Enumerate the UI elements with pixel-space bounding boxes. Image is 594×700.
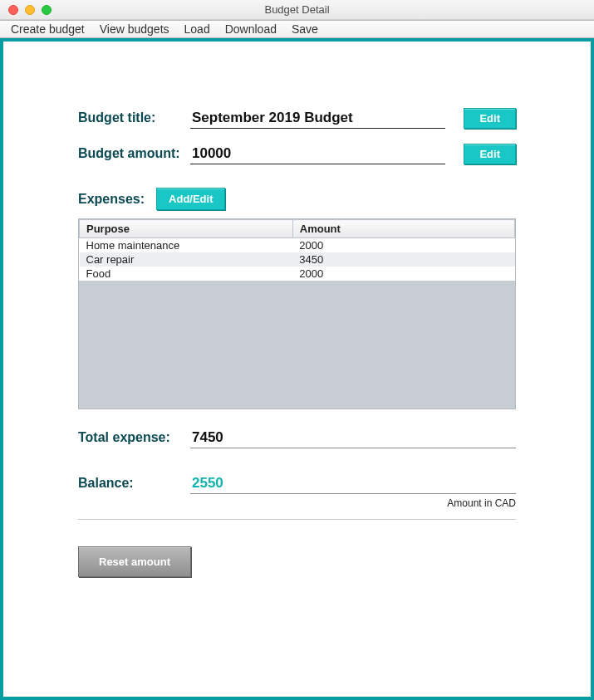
window-controls	[8, 5, 52, 15]
total-expense-field[interactable]	[190, 428, 516, 448]
titlebar: Budget Detail	[0, 0, 594, 20]
balance-row: Balance:	[78, 473, 516, 494]
close-icon[interactable]	[8, 5, 18, 15]
app-window: Budget Detail Create budget View budgets…	[0, 0, 594, 700]
content-frame: Budget title: Edit Budget amount: Edit E…	[0, 38, 594, 700]
expenses-table-wrap: Purpose Amount Home maintenance 2000 Car…	[78, 218, 516, 409]
expenses-table: Purpose Amount Home maintenance 2000 Car…	[79, 219, 515, 281]
cell-purpose: Car repair	[80, 252, 293, 267]
balance-field[interactable]	[190, 473, 516, 494]
edit-amount-button[interactable]: Edit	[464, 144, 516, 164]
add-edit-expense-button[interactable]: Add/Edit	[156, 188, 225, 210]
table-row[interactable]: Home maintenance 2000	[80, 238, 515, 253]
menu-load[interactable]: Load	[177, 22, 218, 36]
cell-purpose: Food	[80, 267, 293, 281]
col-purpose[interactable]: Purpose	[80, 220, 293, 238]
table-row[interactable]: Car repair 3450	[80, 252, 515, 267]
menu-save[interactable]: Save	[284, 22, 326, 36]
cell-amount: 2000	[292, 267, 514, 281]
cell-purpose: Home maintenance	[80, 238, 293, 253]
window-title: Budget Detail	[0, 3, 594, 16]
zoom-icon[interactable]	[42, 5, 52, 15]
budget-title-input[interactable]	[190, 108, 445, 129]
menu-download[interactable]: Download	[218, 22, 284, 36]
expenses-label: Expenses:	[78, 192, 145, 207]
budget-amount-row: Budget amount: Edit	[78, 144, 516, 164]
budget-amount-input[interactable]	[190, 144, 445, 164]
minimize-icon[interactable]	[25, 5, 35, 15]
total-expense-label: Total expense:	[78, 430, 190, 445]
menu-view-budgets[interactable]: View budgets	[92, 22, 177, 36]
cell-amount: 2000	[292, 238, 514, 253]
balance-label: Balance:	[78, 476, 190, 491]
total-expense-row: Total expense:	[78, 428, 516, 448]
budget-title-row: Budget title: Edit	[78, 108, 516, 129]
budget-title-label: Budget title:	[78, 110, 190, 125]
table-row[interactable]: Food 2000	[80, 267, 515, 281]
content: Budget title: Edit Budget amount: Edit E…	[3, 42, 591, 577]
expenses-header-row: Expenses: Add/Edit	[78, 188, 516, 210]
menubar: Create budget View budgets Load Download…	[0, 20, 594, 38]
divider	[78, 519, 516, 520]
reset-amount-button[interactable]: Reset amount	[78, 546, 191, 577]
cell-amount: 3450	[292, 252, 514, 267]
budget-amount-label: Budget amount:	[78, 146, 190, 161]
col-amount[interactable]: Amount	[292, 220, 514, 238]
menu-create-budget[interactable]: Create budget	[3, 22, 92, 36]
edit-title-button[interactable]: Edit	[464, 108, 516, 129]
currency-note: Amount in CAD	[78, 497, 516, 509]
